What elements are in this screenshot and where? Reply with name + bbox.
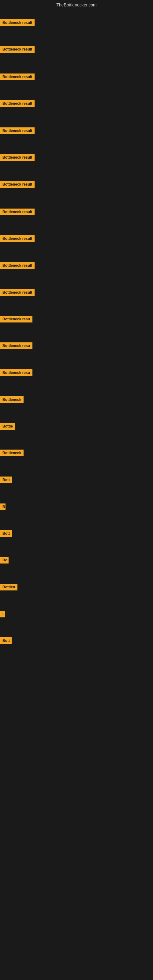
bottleneck-result-item: | [0, 611, 5, 619]
bottleneck-badge[interactable]: Bottleneck [0, 450, 24, 456]
bottleneck-badge[interactable]: Bottleneck result [0, 208, 35, 215]
bottleneck-badge[interactable]: B [0, 503, 5, 510]
bottleneck-badge[interactable]: Bottleneck resu [0, 342, 32, 349]
bottleneck-badge[interactable]: Bottleneck result [0, 127, 35, 134]
bottleneck-result-item: Bottleneck resu [0, 369, 32, 377]
bottleneck-badge[interactable]: Bott [0, 530, 12, 537]
bottleneck-result-item: Bottleneck result [0, 208, 35, 216]
bottleneck-result-item: Bottleneck result [0, 262, 35, 270]
bottleneck-badge[interactable]: Bottleneck result [0, 181, 35, 188]
bottleneck-result-item: Bott [0, 477, 12, 485]
bottleneck-badge[interactable]: Bottleneck result [0, 100, 35, 107]
bottleneck-result-item: Bottleneck resu [0, 316, 32, 324]
bottleneck-result-item: B [0, 503, 5, 511]
bottleneck-result-item: Bottleneck [0, 450, 24, 458]
bottleneck-result-item: Bottleneck result [0, 46, 35, 54]
bottleneck-badge[interactable]: Bottleneck result [0, 154, 35, 161]
bottleneck-result-item: Bottleneck result [0, 19, 35, 27]
bottleneck-badge[interactable]: Bottleneck result [0, 289, 35, 296]
bottleneck-badge[interactable]: Bottlen [0, 584, 18, 590]
bottleneck-result-item: Bottleneck result [0, 289, 35, 297]
bottleneck-result-item: Bottleneck resu [0, 342, 32, 350]
bottleneck-badge[interactable]: Bottleneck result [0, 235, 35, 242]
bottleneck-badge[interactable]: Bottleneck result [0, 46, 35, 52]
bottleneck-badge[interactable]: Bottle [0, 423, 15, 430]
bottleneck-result-item: Bott [0, 637, 12, 645]
bottleneck-result-item: Bott [0, 530, 12, 538]
bottleneck-result-item: Bottleneck [0, 396, 24, 404]
bottleneck-badge[interactable]: Bott [0, 637, 12, 644]
bottleneck-badge[interactable]: Bottleneck result [0, 19, 35, 26]
bottleneck-badge[interactable]: Bottleneck result [0, 73, 35, 80]
bottleneck-result-item: Bottleneck result [0, 127, 35, 135]
bottleneck-result-item: Bottleneck result [0, 73, 35, 81]
bottleneck-badge[interactable]: Bott [0, 477, 12, 483]
bottleneck-badge[interactable]: Bottleneck [0, 396, 24, 403]
bottleneck-result-item: Bottleneck result [0, 154, 35, 162]
bottleneck-badge[interactable]: Bottleneck resu [0, 316, 32, 323]
bottleneck-result-item: Bottleneck result [0, 181, 35, 189]
site-header: TheBottlenecker.com [0, 0, 153, 11]
bottleneck-result-item: Bottleneck result [0, 100, 35, 108]
bottleneck-badge[interactable]: Bottleneck resu [0, 369, 32, 376]
bottleneck-result-item: Bottleneck result [0, 235, 35, 243]
bottleneck-badge[interactable]: Bottleneck result [0, 262, 35, 269]
bottleneck-result-item: Bottle [0, 423, 15, 431]
bottleneck-badge[interactable]: Bo [0, 557, 9, 563]
bottleneck-badge[interactable]: | [0, 611, 5, 617]
bottleneck-result-item: Bo [0, 557, 9, 565]
bottleneck-result-item: Bottlen [0, 584, 18, 592]
